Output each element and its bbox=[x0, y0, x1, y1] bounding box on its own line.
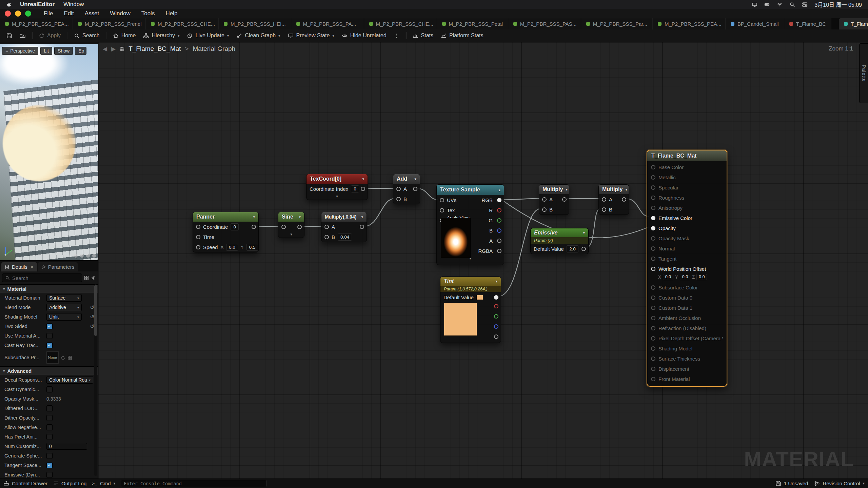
input-pin[interactable] bbox=[396, 197, 401, 201]
tab-parameters[interactable]: Parameters bbox=[38, 262, 78, 271]
material-output-row[interactable]: Subsurface Color bbox=[647, 282, 727, 292]
asset-tab[interactable]: T_Flame_BC × bbox=[784, 18, 831, 29]
material-output-row[interactable]: Opacity bbox=[647, 223, 727, 233]
node-header[interactable]: Multiply▾ bbox=[599, 185, 629, 194]
asset-tab[interactable]: M_P2_PBR_SSS_HEI... × bbox=[219, 18, 291, 29]
color-swatch[interactable] bbox=[476, 295, 483, 300]
viewport-icon[interactable] bbox=[92, 254, 96, 258]
search-button[interactable]: Search bbox=[71, 30, 103, 41]
has-pixel-animation-checkbox[interactable]: ✓ bbox=[46, 434, 53, 440]
wifi-icon[interactable] bbox=[777, 2, 783, 7]
material-output-row[interactable]: Roughness bbox=[647, 192, 727, 203]
output-log-button[interactable]: Output Log bbox=[53, 481, 86, 486]
details-scrollbar[interactable] bbox=[94, 284, 97, 476]
input-pin[interactable] bbox=[651, 185, 655, 190]
chevron-down-icon[interactable]: ▾ bbox=[625, 187, 627, 192]
input-pin[interactable] bbox=[196, 245, 200, 249]
dithered-lod-checkbox[interactable]: ✓ bbox=[46, 405, 53, 411]
blend-mode-dropdown[interactable]: Additive▾ bbox=[46, 304, 82, 311]
search-icon[interactable] bbox=[789, 2, 795, 7]
browse-to-asset-button[interactable] bbox=[17, 31, 28, 41]
expand-node-icon[interactable]: ▾ bbox=[307, 194, 368, 200]
cast-ray-traced-shadows-checkbox[interactable]: ✓ bbox=[46, 342, 53, 348]
input-pin[interactable] bbox=[651, 196, 655, 200]
node-material-result[interactable]: T_Flame_BC_Mat Base Color bbox=[647, 150, 727, 387]
material-output-row[interactable]: Custom Data 0 bbox=[647, 292, 727, 303]
speed-y-input[interactable]: 0.5 bbox=[246, 244, 258, 251]
apply-button[interactable]: Apply bbox=[36, 30, 64, 41]
node-header[interactable]: Multiply(,0.04)▾ bbox=[321, 212, 367, 222]
material-output-row[interactable]: Custom Data 1 bbox=[647, 303, 727, 313]
node-multiply-2[interactable]: Multiply▾ A B bbox=[598, 184, 629, 215]
coordinate-index-input[interactable]: 0 bbox=[351, 185, 359, 192]
material-output-row[interactable]: Base Color bbox=[647, 162, 727, 172]
node-texcoord[interactable]: TexCoord[0]▾ Coordinate Index0 ▾ bbox=[306, 174, 368, 200]
graph-list-icon[interactable] bbox=[120, 46, 124, 51]
output-pin[interactable] bbox=[361, 187, 365, 191]
node-header[interactable]: TexCoord[0]▾ bbox=[307, 174, 368, 184]
menu-item[interactable]: Help bbox=[160, 9, 182, 18]
menu-item[interactable]: Window bbox=[105, 9, 135, 18]
output-pin-rgba[interactable] bbox=[497, 249, 501, 253]
asset-tab[interactable]: M_P2_PBR_SSS_PAS... × bbox=[508, 18, 581, 29]
asset-tab[interactable]: M_P2_PBR_SSS_PA... × bbox=[291, 18, 364, 29]
viewport-icon[interactable] bbox=[86, 254, 90, 258]
output-pin-g[interactable] bbox=[494, 314, 498, 319]
output-pin-r[interactable] bbox=[497, 208, 501, 212]
macos-active-menu[interactable]: Window bbox=[63, 1, 84, 8]
lit-mode-button[interactable]: Lit bbox=[40, 47, 52, 55]
tab-details[interactable]: Details× bbox=[1, 262, 37, 271]
output-pin[interactable] bbox=[622, 197, 626, 202]
node-texture-sample[interactable]: Texture Sample▴ UVsRGB TexR Apply View M… bbox=[436, 184, 504, 265]
allow-negative-checkbox[interactable]: ✓ bbox=[46, 424, 53, 430]
expand-node-icon[interactable]: ▾ bbox=[278, 232, 304, 238]
material-output-row[interactable]: Shading Model bbox=[647, 343, 727, 353]
shading-model-dropdown[interactable]: Unlit▾ bbox=[46, 313, 82, 321]
z-input[interactable]: 0.0 bbox=[696, 274, 707, 280]
input-pin[interactable] bbox=[651, 377, 655, 381]
output-pin-g[interactable] bbox=[497, 218, 501, 223]
asset-tab[interactable]: M_P2_PBR_SSS_Par... × bbox=[581, 18, 653, 29]
node-header[interactable]: Emissive▾ bbox=[531, 228, 588, 237]
home-button[interactable]: Home bbox=[110, 30, 139, 41]
input-pin[interactable] bbox=[651, 216, 655, 220]
use-material-attributes-checkbox[interactable]: ✓ bbox=[46, 333, 53, 339]
material-output-row[interactable]: Metallic bbox=[647, 172, 727, 182]
preview-state-button[interactable]: Preview State▾ bbox=[285, 30, 337, 41]
material-output-row[interactable]: Specular bbox=[647, 182, 727, 192]
material-output-row[interactable]: Opacity Mask bbox=[647, 233, 727, 243]
asset-tab[interactable]: M_P2_PBR_SSS_CHE... × bbox=[364, 18, 437, 29]
input-pin[interactable] bbox=[651, 316, 655, 320]
node-header[interactable]: Add▾ bbox=[393, 174, 420, 184]
revision-control-button[interactable]: Revision Control ▾ bbox=[814, 481, 865, 486]
output-pin-a[interactable] bbox=[497, 239, 501, 243]
chevron-down-icon[interactable]: ▾ bbox=[583, 231, 585, 235]
hierarchy-button[interactable]: Hierarchy▾ bbox=[140, 30, 182, 41]
close-icon[interactable]: × bbox=[31, 264, 34, 270]
output-pin[interactable] bbox=[581, 247, 586, 251]
x-input[interactable]: 0.0 bbox=[663, 274, 673, 280]
breadcrumb-asset[interactable]: T_Flame_BC_Mat bbox=[129, 45, 181, 53]
input-pin[interactable] bbox=[651, 165, 655, 169]
viewport-icon[interactable] bbox=[74, 254, 78, 258]
y-input[interactable]: 0.0 bbox=[680, 274, 690, 280]
forward-icon[interactable]: ▶ bbox=[111, 45, 116, 53]
material-preview-viewport[interactable]: ≡Perspective Lit Show Ep bbox=[0, 44, 98, 260]
node-header[interactable]: Texture Sample▴ bbox=[437, 185, 504, 195]
platform-stats-button[interactable]: Platform Stats bbox=[438, 30, 486, 41]
material-output-row[interactable]: Anisotropy bbox=[647, 203, 727, 213]
back-icon[interactable]: ◀ bbox=[103, 45, 107, 53]
menu-item[interactable]: Tools bbox=[136, 9, 160, 18]
input-pin[interactable] bbox=[281, 225, 286, 229]
output-pin-a[interactable] bbox=[494, 334, 498, 339]
material-output-row[interactable]: Tangent bbox=[647, 253, 727, 264]
input-pin[interactable] bbox=[651, 206, 655, 210]
speed-x-input[interactable]: 0.0 bbox=[226, 244, 238, 251]
view-options-icon[interactable] bbox=[84, 276, 89, 280]
viewport-menu-button[interactable]: ≡Perspective bbox=[2, 47, 38, 55]
scrollbar-thumb[interactable] bbox=[94, 285, 97, 336]
emissive-dynamic-checkbox[interactable]: ✓ bbox=[46, 472, 53, 478]
input-pin[interactable] bbox=[196, 235, 200, 239]
material-output-row[interactable]: World Position Offset X0.0 Y0.0 Z0.0 bbox=[647, 264, 727, 282]
node-header[interactable]: Panner▾ bbox=[193, 212, 258, 222]
